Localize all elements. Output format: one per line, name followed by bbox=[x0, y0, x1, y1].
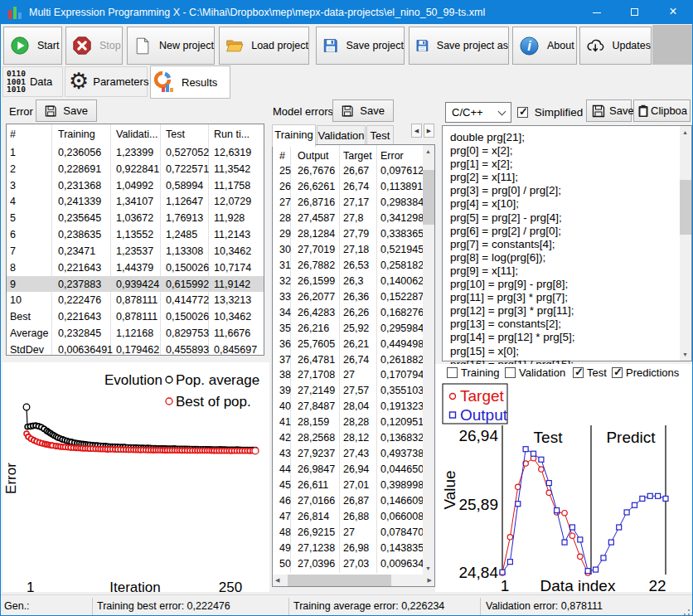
svg-text:Predict: Predict bbox=[606, 429, 656, 446]
svg-text:Iteration: Iteration bbox=[109, 580, 160, 592]
new-project-button[interactable]: New project bbox=[127, 27, 215, 65]
maximize-button[interactable] bbox=[616, 1, 654, 24]
table-row[interactable]: 90,2378830,9394240,61599211,9142 bbox=[7, 276, 264, 293]
svg-text:1: 1 bbox=[501, 577, 510, 592]
table-row[interactable]: StdDev0,006364910,1794620,4558930,845697 bbox=[7, 342, 264, 355]
svg-text:250: 250 bbox=[219, 580, 242, 592]
prediction-chart: TrainingValidationTestPredictions Target… bbox=[435, 364, 693, 592]
scroll-right-icon[interactable]: ▶ bbox=[428, 577, 432, 584]
svg-text:24,84: 24,84 bbox=[458, 564, 498, 581]
error-panel-label: Error bbox=[9, 105, 33, 118]
table-row[interactable]: 50,2356451,036721,7691311,928 bbox=[7, 210, 264, 226]
clipboard-button[interactable]: Clipboa bbox=[633, 99, 691, 122]
error-table[interactable]: #TrainingValidati...TestRun ti...10,2360… bbox=[6, 124, 264, 356]
table-row[interactable]: 60,2386351,135521,248511,2143 bbox=[7, 226, 264, 243]
new-project-label: New project bbox=[159, 40, 214, 51]
svg-text:Value: Value bbox=[441, 470, 458, 509]
code-box[interactable]: double prg[21]; prg[0] = x[2]; prg[1] = … bbox=[442, 125, 692, 361]
language-value: C/C++ bbox=[452, 106, 483, 119]
updates-icon bbox=[586, 35, 604, 56]
save-project-label: Save project bbox=[346, 40, 404, 51]
resize-grip[interactable] bbox=[684, 609, 690, 615]
tab-training[interactable]: Training bbox=[272, 124, 316, 147]
table-row[interactable]: 70,234711,235371,1330810,3462 bbox=[7, 243, 264, 259]
load-project-label: Load project bbox=[251, 40, 308, 51]
model-errors-table[interactable]: #OutputTargetError2526,767626,670,097612… bbox=[272, 144, 435, 587]
load-project-button[interactable]: Load project bbox=[219, 27, 309, 65]
table-row[interactable]: 40,2413391,341071,1264712,0729 bbox=[7, 193, 264, 210]
svg-text:Evolution: Evolution bbox=[104, 372, 162, 388]
stop-label: Stop bbox=[99, 40, 121, 51]
table-row[interactable]: 100,2224760,8781110,41477213,3213 bbox=[7, 292, 264, 308]
minimize-button[interactable] bbox=[578, 1, 616, 24]
scroll-left-icon[interactable]: ◀ bbox=[275, 577, 279, 584]
start-button[interactable]: Start bbox=[3, 27, 62, 65]
svg-text:Best of pop.: Best of pop. bbox=[176, 394, 251, 410]
simplified-checkbox[interactable]: Simplified bbox=[517, 106, 583, 119]
tab-parameters[interactable]: ⚙ Parameters bbox=[65, 66, 148, 97]
code-vscrollbar[interactable]: ▲ ▼ bbox=[680, 126, 691, 361]
status-validation: Validation error: 0,878111 bbox=[486, 600, 603, 612]
save-project-as-label: Save project as bbox=[437, 40, 508, 51]
table-row[interactable]: Best0,2216430,8781110,15002610,3462 bbox=[7, 308, 264, 325]
svg-text:25,89: 25,89 bbox=[458, 496, 498, 513]
app-icon bbox=[7, 5, 24, 20]
tab-data[interactable]: 011010011010 Data bbox=[2, 66, 63, 97]
stop-button[interactable]: Stop bbox=[65, 27, 123, 65]
scroll-down-icon[interactable]: ▼ bbox=[425, 565, 431, 571]
evolution-chart: EvolutionPop. averageBest of pop.Error1I… bbox=[2, 362, 269, 592]
tab-scroll-left-button[interactable]: ◀ bbox=[411, 124, 422, 138]
svg-text:Data index: Data index bbox=[540, 577, 616, 592]
table-row[interactable]: 20,2286910,9228410,72257111,3542 bbox=[7, 161, 264, 177]
svg-text:22: 22 bbox=[648, 577, 666, 592]
model-errors-save-label: Save bbox=[360, 104, 385, 117]
updates-button[interactable]: Updates bbox=[579, 27, 652, 65]
save-project-button[interactable]: Save project bbox=[316, 27, 405, 65]
load-project-icon bbox=[225, 35, 244, 56]
status-bar: Gen.: Training best error: 0,222476 Trai… bbox=[1, 594, 692, 616]
table-row[interactable]: 10,2360561,233990,52705212,6319 bbox=[7, 144, 264, 161]
status-training-avg: Training average error: 0,226234 bbox=[293, 600, 444, 612]
scroll-up-icon[interactable]: ▲ bbox=[682, 129, 688, 135]
results-icon bbox=[154, 70, 177, 94]
title-bar: Multi Expression Programming X - C:\Miha… bbox=[1, 1, 692, 24]
svg-text:i: i bbox=[527, 38, 531, 53]
tab-test[interactable]: Test bbox=[366, 125, 394, 146]
model-errors-save-button[interactable]: Save bbox=[332, 99, 394, 122]
model-errors-vscrollbar[interactable]: ▲ ▼ bbox=[423, 145, 434, 575]
svg-text:Target: Target bbox=[460, 387, 505, 405]
error-save-button[interactable]: Save bbox=[36, 99, 97, 122]
start-icon bbox=[10, 36, 30, 56]
tab-results[interactable]: Results bbox=[150, 65, 230, 99]
tab-validation[interactable]: Validation bbox=[317, 125, 366, 146]
scroll-up-icon[interactable]: ▲ bbox=[425, 148, 431, 154]
table-row[interactable]: 30,2313681,049920,5899411,1758 bbox=[7, 177, 264, 194]
svg-text:26,94: 26,94 bbox=[458, 427, 498, 444]
code-save-button[interactable]: Save bbox=[586, 99, 632, 122]
model-errors-hscrollbar[interactable]: ◀ ▶ bbox=[273, 575, 434, 586]
save-icon bbox=[592, 104, 605, 118]
svg-text:Output: Output bbox=[460, 406, 508, 424]
updates-label: Updates bbox=[612, 40, 651, 51]
save-project-as-button[interactable]: Save project as bbox=[409, 27, 509, 65]
chevron-down-icon bbox=[498, 108, 506, 116]
start-label: Start bbox=[37, 40, 59, 51]
clipboard-label: Clipboa bbox=[651, 104, 687, 117]
checkbox-icon bbox=[517, 107, 528, 118]
language-dropdown[interactable]: C/C++ bbox=[445, 102, 511, 123]
status-gen: Gen.: bbox=[4, 600, 30, 612]
save-project-as-icon bbox=[415, 36, 429, 56]
scroll-down-icon[interactable]: ▼ bbox=[682, 352, 688, 357]
table-row[interactable]: Average0,2328451,121680,82975311,6676 bbox=[7, 325, 264, 342]
about-button[interactable]: i About bbox=[512, 27, 577, 65]
save-icon bbox=[45, 104, 56, 118]
save-project-icon bbox=[322, 36, 339, 56]
table-row[interactable]: 80,2216431,443790,15002610,7174 bbox=[7, 259, 264, 276]
tab-scroll-right-button[interactable]: ▶ bbox=[424, 124, 434, 138]
data-icon: 011010011010 bbox=[7, 70, 26, 94]
code-save-label: Save bbox=[609, 104, 634, 117]
model-errors-label: Model errors bbox=[273, 105, 333, 118]
tab-data-label: Data bbox=[30, 75, 52, 88]
svg-text:Test: Test bbox=[534, 429, 564, 446]
close-button[interactable]: × bbox=[654, 1, 692, 24]
